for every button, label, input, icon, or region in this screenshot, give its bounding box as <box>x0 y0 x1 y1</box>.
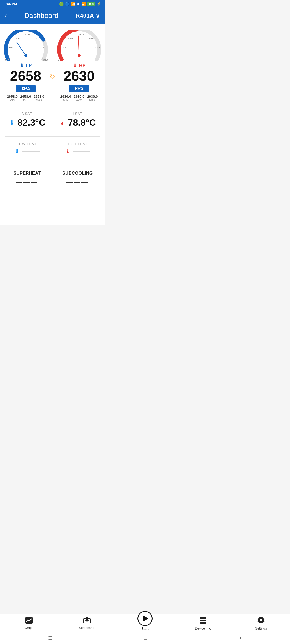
svg-text:4416: 4416 <box>89 37 94 40</box>
high-temp-label: HIGH TEMP <box>67 142 88 146</box>
svg-text:2208: 2208 <box>68 37 73 40</box>
svg-text:1380: 1380 <box>14 37 19 40</box>
page-title: Dashboard <box>24 12 58 20</box>
hp-avg-stat: 2630.0 AVG <box>74 94 85 102</box>
hp-label-text: HP <box>79 63 86 68</box>
hp-unit: kPa <box>69 85 89 92</box>
svg-text:1104: 1104 <box>61 46 66 49</box>
alarm-icon: ✖ <box>77 2 80 6</box>
low-temp-section: LOW TEMP 🌡 ——— <box>3 142 51 155</box>
lsat-label: LSAT <box>73 112 82 116</box>
superheat-value: ——— <box>16 178 38 186</box>
lsat-icon: 🌡 <box>59 119 66 126</box>
hp-label: 🌡 HP <box>73 63 86 68</box>
lsat-value-row: 🌡 78.8°C <box>59 117 96 128</box>
battery-icon: 100 <box>87 2 95 6</box>
lp-gauge-section: 0 690 1380 2070 2160 2760 3450 🌡 LP 2658… <box>2 30 50 102</box>
divider-1 <box>5 106 100 106</box>
hp-needle <box>78 36 79 56</box>
svg-text:2160: 2160 <box>34 37 39 40</box>
device-name: R401A <box>76 12 94 19</box>
low-temp-icon: 🌡 <box>14 148 20 155</box>
vertical-divider-1 <box>52 112 52 128</box>
superheat-label: SUPERHEAT <box>13 171 41 176</box>
lp-avg-value: 2658.0 <box>20 94 31 98</box>
dropdown-chevron: ∨ <box>96 12 100 19</box>
divider-2 <box>5 136 100 137</box>
svg-text:2760: 2760 <box>40 46 45 49</box>
svg-text:2070: 2070 <box>24 33 30 36</box>
low-high-row: LOW TEMP 🌡 ——— HIGH TEMP 🌡 ——— <box>0 141 105 159</box>
back-button[interactable]: ‹ <box>5 12 7 20</box>
refresh-icon: ↻ <box>50 73 55 80</box>
hp-gauge-svg: 0 1104 2208 3312 4416 5520 <box>56 30 102 62</box>
vertical-divider-3 <box>52 171 52 186</box>
status-icons: 🟢 🔵 📶 ✖ 📶 100 ⚡ <box>59 2 101 6</box>
lp-avg-stat: 2658.0 AVG <box>20 94 31 102</box>
status-time: 1:44 PM <box>4 2 17 6</box>
main-content: 0 690 1380 2070 2160 2760 3450 🌡 LP 2658… <box>0 24 105 225</box>
hp-min-stat: 2630.0 MIN <box>60 94 71 102</box>
lp-avg-label: AVG <box>23 98 28 102</box>
subcooling-label: SUBCOOLING <box>62 171 93 176</box>
subcooling-value: ——— <box>66 178 89 186</box>
svg-text:3450: 3450 <box>43 58 48 61</box>
refresh-button[interactable]: ↻ <box>50 30 55 80</box>
hp-thermometer-icon: 🌡 <box>73 63 78 68</box>
vsat-section: VSAT 🌡 82.3°C <box>3 112 51 128</box>
lp-thermometer-icon: 🌡 <box>20 63 24 68</box>
lp-label: 🌡 LP <box>20 63 32 68</box>
lsat-value: 78.8°C <box>68 117 96 128</box>
high-temp-icon: 🌡 <box>65 148 71 155</box>
lp-value: 2658 <box>10 68 41 84</box>
subcooling-section: SUBCOOLING ——— <box>54 171 102 186</box>
vertical-divider-2 <box>52 142 52 155</box>
hp-avg-label: AVG <box>76 98 82 102</box>
lp-min-stat: 2658.0 MIN <box>7 94 18 102</box>
svg-point-17 <box>78 54 81 57</box>
high-temp-value-row: 🌡 ——— <box>65 148 90 155</box>
vsat-value: 82.3°C <box>17 117 45 128</box>
hp-gauge-section: 0 1104 2208 3312 4416 5520 🌡 HP 2630 kPa <box>55 30 103 102</box>
high-temp-value: ——— <box>73 148 90 155</box>
low-temp-value: ——— <box>22 148 40 155</box>
bluetooth-icon: 📶 <box>71 2 75 6</box>
divider-3 <box>5 164 100 164</box>
svg-text:0: 0 <box>58 58 59 61</box>
device-selector[interactable]: R401A ∨ <box>76 12 100 19</box>
lp-label-text: LP <box>26 63 32 68</box>
low-temp-value-row: 🌡 ——— <box>14 148 40 155</box>
vsat-lsat-row: VSAT 🌡 82.3°C LSAT 🌡 78.8°C <box>0 111 105 132</box>
vsat-label: VSAT <box>22 112 32 116</box>
hp-avg-value: 2630.0 <box>74 94 85 98</box>
lp-unit: kPa <box>16 85 35 92</box>
hp-stats: 2630.0 MIN 2630.0 AVG 2630.0 MAX <box>60 94 98 102</box>
lp-min-value: 2658.0 <box>7 94 18 98</box>
lp-gauge-svg: 0 690 1380 2070 2160 2760 3450 <box>3 30 49 62</box>
hp-max-label: MAX <box>89 98 96 102</box>
lp-min-label: MIN <box>10 98 15 102</box>
lp-needle <box>17 42 26 56</box>
hp-max-stat: 2630.0 MAX <box>87 94 98 102</box>
hp-min-value: 2630.0 <box>60 94 71 98</box>
svg-text:690: 690 <box>8 46 12 49</box>
charging-icon: ⚡ <box>97 2 101 6</box>
lsat-section: LSAT 🌡 78.8°C <box>54 112 102 128</box>
hp-min-label: MIN <box>63 98 68 102</box>
low-temp-label: LOW TEMP <box>17 142 38 146</box>
lp-max-value: 2658.0 <box>34 94 44 98</box>
lp-max-label: MAX <box>36 98 42 102</box>
vsat-icon: 🌡 <box>9 119 15 126</box>
app-icon-2: 🔵 <box>65 2 70 6</box>
high-temp-section: HIGH TEMP 🌡 ——— <box>54 142 102 155</box>
app-icon-1: 🟢 <box>59 2 64 6</box>
status-bar: 1:44 PM 🟢 🔵 📶 ✖ 📶 100 ⚡ <box>0 0 105 8</box>
svg-point-10 <box>24 54 27 57</box>
superheat-subcooling-row: SUPERHEAT ——— SUBCOOLING ——— <box>0 168 105 190</box>
wifi-icon: 📶 <box>81 2 86 6</box>
vsat-value-row: 🌡 82.3°C <box>9 117 45 128</box>
svg-text:5520: 5520 <box>95 46 100 49</box>
lp-max-stat: 2658.0 MAX <box>34 94 44 102</box>
lp-stats: 2658.0 MIN 2658.0 AVG 2658.0 MAX <box>7 94 44 102</box>
hp-value: 2630 <box>64 68 95 84</box>
